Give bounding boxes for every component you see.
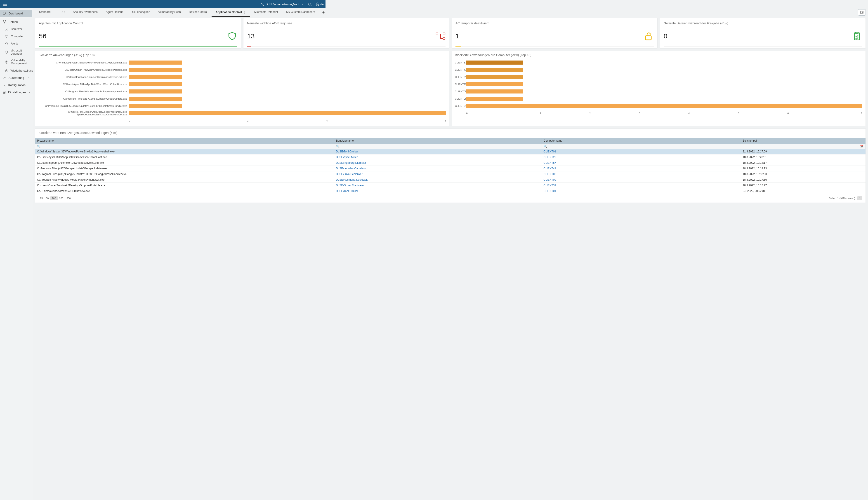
svg-rect-18 bbox=[5, 70, 7, 72]
svg-point-3 bbox=[261, 3, 263, 4]
table-row[interactable]: C:\Users\Aysel.Miller\AppData\Cisco\Cisc… bbox=[35, 155, 325, 160]
card-value: 13 bbox=[247, 32, 255, 40]
sidebar-item-label: VulnerabilityManagement bbox=[11, 59, 27, 65]
svg-point-17 bbox=[6, 61, 7, 62]
sidebar-icon bbox=[4, 35, 9, 38]
search-icon[interactable] bbox=[308, 2, 312, 6]
table-row[interactable]: C:\Users\Ingeborg.Niemeier\Downloads\Inv… bbox=[35, 160, 325, 166]
cell-process: C:\Users\Aysel.Miller\AppData\Cisco\Cisc… bbox=[35, 155, 325, 160]
bar-label: C:\Users\Aysel.Miller\AppData\Cisco\Cisc… bbox=[38, 83, 129, 86]
sidebar-item-label: Computer bbox=[11, 35, 23, 38]
sidebar-item-label: Benutzer bbox=[11, 27, 22, 31]
bar-label: C:\Program Files\Windows Media Player\wm… bbox=[38, 90, 129, 93]
sidebar-item-computer[interactable]: Computer bbox=[0, 33, 33, 40]
tab-agent-rollout[interactable]: Agent Rollout bbox=[102, 8, 127, 17]
menu-toggle[interactable] bbox=[2, 1, 9, 7]
chart-bar[interactable]: C:\Windows\System32\WindowsPowerShell\v1… bbox=[38, 60, 325, 65]
chart-bar[interactable]: C:\Program Files (x86)\Google\Update\1.3… bbox=[38, 103, 325, 109]
sidebar-icon bbox=[4, 69, 8, 72]
chevron-down-icon bbox=[28, 91, 31, 94]
card-value: 56 bbox=[39, 32, 46, 40]
panel-title: Blockierte vom Benutzer gestartete Anwen… bbox=[35, 131, 325, 135]
sidebar-betrieb[interactable]: Betrieb bbox=[0, 18, 33, 25]
bar-label: C:\Program Files (x86)\Google\Update\1.3… bbox=[38, 104, 129, 107]
chart-bar[interactable]: C:\Users\Otmar.Trautwein\Desktop\Dropbox… bbox=[38, 67, 325, 72]
language-switch[interactable]: de bbox=[315, 2, 324, 6]
table-row[interactable]: C:\Program Files\Windows Media Player\wm… bbox=[35, 177, 325, 183]
chart-bar[interactable]: C:\Program Files\Windows Media Player\wm… bbox=[38, 89, 325, 94]
bar-label: C:\Windows\System32\WindowsPowerShell\v1… bbox=[38, 61, 129, 64]
stat-card-0[interactable]: Agenten mit Application Control56 bbox=[35, 18, 241, 48]
sidebar-auswertung-label: Auswertung bbox=[9, 76, 24, 79]
tab-vulnerability-scan[interactable]: Vulnerability Scan bbox=[154, 8, 185, 17]
sidebar-item-benutzer[interactable]: Benutzer bbox=[0, 25, 33, 33]
user-menu[interactable]: DLSE\administrator@root bbox=[260, 2, 304, 6]
bar-label: C:\Users\Otmar.Trautwein\Desktop\Dropbox… bbox=[38, 68, 129, 71]
tab-microsoft-defender[interactable]: Microsoft Defender bbox=[250, 8, 282, 17]
sidebar-item-alerts[interactable]: Alerts bbox=[0, 40, 33, 47]
user-label: DLSE\administrator@root bbox=[266, 2, 299, 6]
tab-device-control[interactable]: Device Control bbox=[185, 8, 212, 17]
svg-point-19 bbox=[4, 85, 4, 86]
sidebar-item-label: Alerts bbox=[11, 42, 18, 45]
reports-icon bbox=[2, 76, 6, 80]
cell-process: C:\Users\Ingeborg.Niemeier\Downloads\Inv… bbox=[35, 160, 325, 166]
chart-bar[interactable]: C:\Users\Aysel.Miller\AppData\Cisco\Cisc… bbox=[38, 82, 325, 87]
sidebar-icon bbox=[4, 27, 9, 31]
sidebar-item-wiederherstellung[interactable]: Wiederherstellung bbox=[0, 67, 33, 74]
table-row[interactable]: C:\Windows\System32\WindowsPowerShell\v1… bbox=[35, 149, 325, 155]
cell-process: C:\Users\Otmar.Trautwein\Desktop\Dropbox… bbox=[35, 183, 325, 188]
svg-rect-20 bbox=[3, 91, 5, 93]
tab-menu-icon[interactable]: ⋮ bbox=[243, 11, 246, 14]
main-content: StandardEDRSecurity AwarenessAgent Rollo… bbox=[33, 8, 325, 188]
sidebar-konfiguration[interactable]: Konfiguration bbox=[0, 81, 33, 89]
card-title: Neueste wichtige AC-Ereignisse bbox=[247, 21, 325, 25]
panel-title: Blockierte Anwendungen (<1w) (Top 10) bbox=[38, 53, 325, 57]
tab-application-control[interactable]: Application Control⋮ bbox=[212, 8, 250, 17]
svg-line-5 bbox=[311, 5, 311, 6]
tab-my-custom-dashboard[interactable]: My Custom Dashboard bbox=[282, 8, 319, 17]
tab-standard[interactable]: Standard bbox=[35, 8, 55, 17]
chevron-down-icon bbox=[28, 77, 31, 79]
sidebar-einstellungen[interactable]: Einstellungen bbox=[0, 89, 33, 96]
dashboard-icon bbox=[2, 12, 6, 15]
sidebar-auswertung[interactable]: Auswertung bbox=[0, 74, 33, 81]
sidebar-dashboard[interactable]: Dashboard bbox=[0, 10, 32, 17]
topbar: DLSE\administrator@root de bbox=[0, 0, 325, 8]
chart-bar[interactable]: C:\Users\Ingeborg.Niemeier\Downloads\Inv… bbox=[38, 75, 325, 79]
column-header[interactable]: Prozessname bbox=[35, 138, 325, 144]
table-row[interactable]: C:\Program Files (x86)\Google\Update\Goo… bbox=[35, 166, 325, 171]
sidebar-betrieb-label: Betrieb bbox=[9, 20, 18, 24]
cell-process: C:\Windows\System32\WindowsPowerShell\v1… bbox=[35, 149, 325, 155]
tab-disk-encryption[interactable]: Disk encryption bbox=[127, 8, 154, 17]
tab-add[interactable] bbox=[319, 9, 325, 16]
sidebar-icon bbox=[4, 60, 9, 64]
column-filter[interactable]: 🔍 bbox=[35, 144, 325, 149]
language-label: de bbox=[321, 2, 324, 6]
tab-edr[interactable]: EDR bbox=[55, 8, 69, 17]
chevron-down-icon bbox=[28, 84, 31, 87]
table-row[interactable]: C:\Users\Otmar.Trautwein\Desktop\Dropbox… bbox=[35, 183, 325, 188]
cell-process: C:\Program Files (x86)\Google\Update\1.3… bbox=[35, 171, 325, 177]
sidebar-item-label: Microsoft Defender bbox=[10, 49, 31, 55]
cell-process: C:\Program Files\Windows Media Player\wm… bbox=[35, 177, 325, 183]
stat-card-1[interactable]: Neueste wichtige AC-Ereignisse13 bbox=[243, 18, 325, 48]
svg-point-4 bbox=[309, 3, 311, 5]
svg-point-12 bbox=[4, 22, 5, 23]
chart-bar[interactable]: C:\Program Files (x86)\Google\Update\Goo… bbox=[38, 96, 325, 101]
sidebar-item-vulnerability-management[interactable]: VulnerabilityManagement bbox=[0, 57, 33, 67]
bar-label: C:\Users\Ingeborg.Niemeier\Downloads\Inv… bbox=[38, 76, 129, 78]
sidebar-dashboard-label: Dashboard bbox=[9, 12, 23, 15]
sidebar-einstellungen-label: Einstellungen bbox=[8, 91, 26, 94]
tab-security-awareness[interactable]: Security Awareness bbox=[69, 8, 102, 17]
svg-point-16 bbox=[5, 61, 8, 64]
sidebar-item-label: Wiederherstellung bbox=[10, 69, 33, 72]
sidebar-item-microsoft-defender[interactable]: Microsoft Defender bbox=[0, 47, 33, 57]
table-row[interactable]: C:\Program Files (x86)\Google\Update\1.3… bbox=[35, 171, 325, 177]
chart-bar[interactable]: C:\Users\Toni.Cruiser\AppData\Local\Prog… bbox=[38, 111, 325, 116]
settings-icon bbox=[2, 91, 6, 94]
sidebar: Dashboard Betrieb BenutzerComputerAlerts… bbox=[0, 8, 33, 188]
chart-axis: 0246 bbox=[38, 119, 325, 122]
panel-blocked-apps: Blockierte Anwendungen (<1w) (Top 10) C:… bbox=[35, 51, 325, 126]
panel-blocked-user-apps: Blockierte vom Benutzer gestartete Anwen… bbox=[35, 128, 325, 188]
